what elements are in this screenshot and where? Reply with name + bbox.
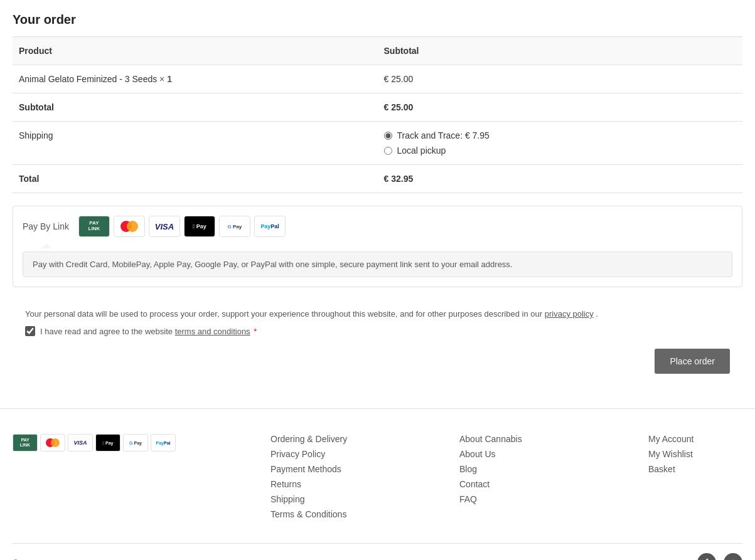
footer-col-3-list: About Cannabis About Us Blog Contact FAQ — [459, 434, 554, 504]
product-cell: Animal Gelato Feminized - 3 Seeds × 1 — [13, 65, 378, 93]
list-item: Terms & Conditions — [270, 509, 365, 519]
footer-col-3: About Cannabis About Us Blog Contact FAQ — [459, 434, 554, 524]
list-item: Basket — [648, 464, 742, 474]
footer-mastercard-icon — [40, 434, 65, 452]
col-subtotal: Subtotal — [378, 37, 743, 65]
footer-link-privacy[interactable]: Privacy Policy — [270, 449, 325, 459]
terms-link[interactable]: terms and conditions — [175, 327, 250, 336]
product-price: € 25.00 — [378, 65, 743, 93]
qty-prefix: × — [159, 74, 164, 84]
shipping-options: Track and Trace: € 7.95 Local pickup — [384, 130, 737, 156]
list-item: Contact — [459, 479, 554, 489]
total-value: € 32.95 — [378, 165, 743, 193]
instagram-icon[interactable]: ☀ — [724, 553, 742, 560]
list-item: Blog — [459, 464, 554, 474]
order-table: Product Subtotal Animal Gelato Feminized… — [13, 36, 742, 193]
list-item: Privacy Policy — [270, 449, 365, 459]
product-name: Animal Gelato Feminized - 3 Seeds — [19, 74, 157, 84]
tooltip-arrow — [41, 243, 51, 248]
shipping-label-2: Local pickup — [397, 145, 446, 156]
applepay-icon[interactable]:  Pay — [184, 216, 215, 237]
payment-tooltip: Pay with Credit Card, MobilePay, Apple P… — [23, 251, 732, 277]
visa-icon[interactable]: VISA — [149, 216, 180, 237]
footer-link-terms[interactable]: Terms & Conditions — [270, 509, 346, 519]
paylink-icon[interactable]: PAYLINK — [78, 216, 110, 237]
mastercard-icon[interactable] — [114, 216, 145, 237]
footer-applepay-icon:  Pay — [95, 434, 120, 452]
footer-link-contact[interactable]: Contact — [459, 479, 490, 489]
footer-visa-icon: VISA — [68, 434, 93, 452]
googlepay-icon[interactable]: G Pay — [219, 216, 250, 237]
list-item: Shipping — [270, 494, 365, 504]
footer-link-basket[interactable]: Basket — [648, 464, 675, 474]
footer-col-4-list: My Account My Wishlist Basket — [648, 434, 742, 474]
footer-link-blog[interactable]: Blog — [459, 464, 477, 474]
agree-row: I have read and agree to the website ter… — [25, 326, 730, 336]
footer-col-2: Ordering & Delivery Privacy Policy Payme… — [270, 434, 365, 524]
subtotal-value: € 25.00 — [378, 93, 743, 122]
footer-link-my-account[interactable]: My Account — [648, 434, 693, 444]
footer-col-2-list: Ordering & Delivery Privacy Policy Payme… — [270, 434, 365, 519]
footer-paypal-icon: PayPal — [151, 434, 176, 452]
shipping-option-2: Local pickup — [384, 145, 737, 156]
shipping-radio-1[interactable] — [384, 132, 392, 140]
list-item: Ordering & Delivery — [270, 434, 365, 444]
list-item: My Wishlist — [648, 449, 742, 459]
footer: PAYLINK VISA  Pay G — [0, 408, 755, 560]
place-order-row: Place order — [25, 349, 730, 386]
footer-link-about-us[interactable]: About Us — [459, 449, 496, 459]
place-order-button[interactable]: Place order — [655, 349, 730, 374]
footer-link-ordering[interactable]: Ordering & Delivery — [270, 434, 347, 444]
shipping-radio-2[interactable] — [384, 147, 392, 155]
footer-payment-icons: PAYLINK VISA  Pay G — [13, 434, 176, 452]
footer-link-faq[interactable]: FAQ — [459, 494, 477, 504]
footer-link-my-wishlist[interactable]: My Wishlist — [648, 449, 693, 459]
footer-social: f ☀ — [697, 553, 742, 560]
pay-by-link-label: Pay By Link — [23, 221, 69, 231]
table-row-shipping: Shipping Track and Trace: € 7.95 Local p… — [13, 122, 742, 165]
required-star: * — [254, 327, 257, 336]
personal-data-section: Your personal data will be used to proce… — [13, 300, 742, 396]
total-label: Total — [13, 165, 378, 193]
list-item: My Account — [648, 434, 742, 444]
footer-bottom: © 2024 City Seeds Bank BV | +31 (0)20 62… — [13, 543, 742, 560]
pay-by-link-row: Pay By Link PAYLINK VISA — [23, 216, 732, 237]
list-item: Payment Methods — [270, 464, 365, 474]
personal-data-notice: Your personal data will be used to proce… — [25, 309, 730, 319]
footer-copyright: © 2024 City Seeds Bank BV | +31 (0)20 62… — [13, 558, 463, 561]
table-row-total: Total € 32.95 — [13, 165, 742, 193]
page-title: Your order — [13, 13, 742, 27]
list-item: About Cannabis — [459, 434, 554, 444]
product-qty: 1 — [167, 74, 172, 84]
payment-section: Pay By Link PAYLINK VISA — [13, 206, 742, 287]
shipping-option-1: Track and Trace: € 7.95 — [384, 130, 737, 140]
shipping-label-1: Track and Trace: € 7.95 — [397, 130, 490, 140]
shipping-label: Shipping — [13, 122, 378, 165]
footer-top: PAYLINK VISA  Pay G — [13, 434, 742, 524]
table-row: Animal Gelato Feminized - 3 Seeds × 1 € … — [13, 65, 742, 93]
footer-googlepay-icon: G Pay — [123, 434, 148, 452]
col-product: Product — [13, 37, 378, 65]
paypal-icon[interactable]: PayPal — [254, 216, 286, 237]
footer-link-shipping[interactable]: Shipping — [270, 494, 305, 504]
footer-payment-col: PAYLINK VISA  Pay G — [13, 434, 176, 524]
facebook-icon[interactable]: f — [697, 553, 716, 560]
footer-paylink-icon: PAYLINK — [13, 434, 38, 452]
footer-link-about-cannabis[interactable]: About Cannabis — [459, 434, 522, 444]
footer-col-4: My Account My Wishlist Basket — [648, 434, 742, 524]
footer-link-payment-methods[interactable]: Payment Methods — [270, 464, 341, 474]
shipping-options-cell: Track and Trace: € 7.95 Local pickup — [378, 122, 743, 165]
footer-link-returns[interactable]: Returns — [270, 479, 301, 489]
agree-label: I have read and agree to the website ter… — [40, 327, 257, 336]
list-item: FAQ — [459, 494, 554, 504]
terms-checkbox[interactable] — [25, 326, 35, 336]
subtotal-label: Subtotal — [13, 93, 378, 122]
payment-icons: PAYLINK VISA  Pay G — [78, 216, 286, 237]
privacy-policy-link[interactable]: privacy policy — [545, 309, 594, 319]
table-row-subtotal: Subtotal € 25.00 — [13, 93, 742, 122]
list-item: About Us — [459, 449, 554, 459]
list-item: Returns — [270, 479, 365, 489]
